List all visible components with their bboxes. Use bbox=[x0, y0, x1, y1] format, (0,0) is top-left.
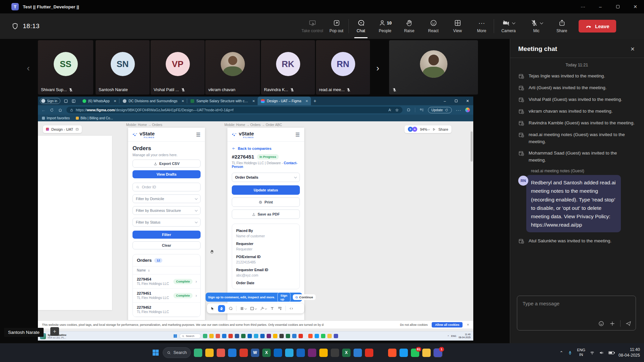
filter-status-select[interactable]: Filter by Status bbox=[132, 218, 201, 227]
maximize-button[interactable] bbox=[609, 0, 627, 13]
browser-tab-salary-sheet[interactable]: Sample Salary Structure with calc ✕ bbox=[187, 97, 258, 105]
taskbar-app-icon[interactable] bbox=[331, 349, 339, 357]
browser-menu-icon[interactable]: ··· bbox=[456, 108, 461, 113]
mic-options-chevron-icon[interactable] bbox=[540, 21, 543, 24]
taskbar-app-icon[interactable] bbox=[217, 349, 225, 357]
taskbar-app-icon[interactable] bbox=[239, 349, 248, 357]
taskbar-app-icon[interactable] bbox=[248, 334, 252, 338]
close-button[interactable]: ✕ bbox=[627, 0, 644, 13]
address-bar[interactable]: https://www.figma.com/design/9BKQ0FOHRWa… bbox=[66, 107, 402, 113]
deny-cookies-link[interactable]: Do not allow cookies bbox=[400, 323, 428, 326]
participant-tile[interactable]: SS Shivani Sup... bbox=[38, 40, 93, 95]
order-row[interactable]: 2279451TL Flex Holdings LLC Complete › bbox=[133, 289, 200, 303]
favorite-import[interactable]: Import favorites bbox=[42, 116, 70, 120]
camera-options-chevron-icon[interactable] bbox=[512, 21, 515, 24]
send-icon[interactable] bbox=[625, 320, 632, 327]
pen-tool[interactable] bbox=[260, 306, 267, 311]
chat-close-icon[interactable]: ✕ bbox=[628, 44, 637, 54]
mini-clock[interactable]: 11:4008-04-2025 bbox=[459, 333, 471, 339]
chat-button[interactable]: Chat bbox=[349, 13, 373, 39]
mic-active-tray-icon[interactable] bbox=[568, 350, 573, 355]
home-icon[interactable] bbox=[58, 108, 62, 112]
taskbar-app-icon[interactable] bbox=[354, 349, 362, 357]
text-tool-icon[interactable] bbox=[270, 306, 274, 311]
save-pdf-button[interactable]: Save as PDF bbox=[232, 209, 300, 219]
taskbar-clock[interactable]: 11:4008-04-2025 bbox=[619, 347, 640, 358]
titlebar-more-icon[interactable]: ··· bbox=[574, 0, 592, 13]
react-button[interactable]: React bbox=[421, 13, 445, 39]
cookie-close-icon[interactable]: ✕ bbox=[467, 323, 469, 326]
present-icon[interactable] bbox=[432, 128, 436, 131]
view-drafts-button[interactable]: View Drafts bbox=[132, 170, 201, 178]
refresh-icon[interactable] bbox=[50, 108, 54, 112]
taskbar-app-icon[interactable] bbox=[315, 334, 319, 338]
order-row[interactable]: 2279454TL Flex Holdings LLC Complete › bbox=[133, 275, 200, 289]
figma-canvas[interactable]: Design - UAT S A 94% Share Mobile: Home … bbox=[38, 121, 473, 331]
taskbar-app-icon[interactable] bbox=[286, 334, 290, 338]
wifi-icon[interactable] bbox=[590, 350, 595, 355]
taskbar-app-icon[interactable] bbox=[292, 334, 297, 338]
order-row[interactable]: 2279452TL Flex Holdings LLC bbox=[133, 303, 200, 317]
taskbar-app-icon[interactable] bbox=[327, 334, 332, 338]
camera-button[interactable]: Camera bbox=[494, 13, 523, 39]
google-continue-button[interactable]: GContinue bbox=[293, 294, 316, 300]
share-button[interactable]: Share bbox=[550, 13, 574, 39]
mini-search-box[interactable]: Search bbox=[179, 334, 201, 339]
taskbar-app-icon[interactable] bbox=[299, 334, 303, 338]
leave-button[interactable]: Leave bbox=[579, 20, 616, 33]
hamburger-menu-icon[interactable]: ☰ bbox=[196, 132, 201, 138]
participant-tile[interactable]: vikram chavan bbox=[205, 40, 260, 95]
browser-update-button[interactable]: Update bbox=[428, 107, 452, 113]
collaborator-avatar[interactable]: A bbox=[412, 127, 417, 132]
presenter-add-icon[interactable]: + bbox=[50, 327, 59, 336]
taskbar-app-icon[interactable]: X bbox=[342, 349, 351, 357]
taskbar-app-icon[interactable] bbox=[308, 349, 316, 357]
favorites-bar-icon[interactable] bbox=[419, 108, 424, 112]
update-status-button[interactable]: Update status bbox=[232, 185, 300, 195]
participant-tile[interactable]: SN Santosh Narate bbox=[96, 40, 150, 95]
browser-signin-button[interactable]: Sign in bbox=[40, 98, 60, 104]
taskbar-app-icon[interactable] bbox=[365, 349, 373, 357]
print-button[interactable]: Print bbox=[232, 197, 300, 207]
comment-tool-icon[interactable] bbox=[228, 306, 233, 311]
tab-close-icon[interactable]: ✕ bbox=[252, 99, 255, 103]
start-icon[interactable] bbox=[173, 334, 177, 338]
minimize-button[interactable]: – bbox=[592, 0, 609, 13]
view-button[interactable]: View bbox=[445, 13, 470, 39]
taskbar-app-icon[interactable] bbox=[279, 334, 284, 338]
filter-business-structure-select[interactable]: Filter by Business Structure bbox=[132, 206, 201, 215]
extensions-icon[interactable] bbox=[407, 108, 411, 112]
taskbar-app-icon[interactable] bbox=[203, 334, 207, 338]
taskbar-vscode-icon[interactable] bbox=[399, 349, 408, 357]
read-aloud-icon[interactable]: Aʼ bbox=[388, 108, 391, 112]
participant-tile-large[interactable] bbox=[389, 40, 478, 95]
taskbar-app-icon[interactable] bbox=[194, 349, 202, 357]
pop-out-button[interactable]: Pop out bbox=[324, 13, 348, 39]
start-button[interactable] bbox=[152, 349, 160, 357]
shape-tool[interactable] bbox=[250, 306, 257, 311]
browser-tab-dc-divisions[interactable]: DC Divisions and Surroundings ✕ bbox=[119, 97, 187, 105]
canvas-scrollbar[interactable] bbox=[471, 131, 473, 162]
back-icon[interactable]: ← bbox=[41, 108, 46, 113]
taskbar-app-icon[interactable] bbox=[267, 334, 271, 338]
taskbar-search[interactable]: Search bbox=[163, 347, 191, 358]
dev-mode-icon[interactable] bbox=[289, 306, 293, 311]
hand-tool-active[interactable] bbox=[218, 305, 225, 312]
mic-button[interactable]: Mic bbox=[523, 13, 550, 39]
taskbar-app-icon[interactable] bbox=[334, 334, 338, 338]
taskbar-app-icon[interactable] bbox=[205, 349, 214, 357]
tab-close-icon[interactable]: ✕ bbox=[305, 99, 308, 103]
participant-tile[interactable]: RK Ravindra K... bbox=[261, 40, 315, 95]
taskbar-app-icon[interactable] bbox=[273, 334, 277, 338]
figma-doc-chip[interactable]: Design - UAT bbox=[43, 125, 82, 133]
people-button[interactable]: 10 People bbox=[373, 13, 397, 39]
tab-close-icon[interactable]: ✕ bbox=[114, 99, 116, 103]
browser-tab-whatsapp[interactable]: (6) WhatsApp ✕ bbox=[79, 97, 119, 105]
taskbar-app-icon[interactable] bbox=[285, 349, 293, 357]
vertical-tabs-icon[interactable] bbox=[71, 99, 76, 103]
favorite-star-icon[interactable] bbox=[395, 108, 399, 112]
filter-button[interactable]: Filter bbox=[132, 231, 201, 239]
move-tool-icon[interactable] bbox=[210, 306, 215, 311]
taskbar-app-icon[interactable] bbox=[308, 334, 313, 338]
taskbar-app-icon[interactable] bbox=[235, 334, 239, 338]
